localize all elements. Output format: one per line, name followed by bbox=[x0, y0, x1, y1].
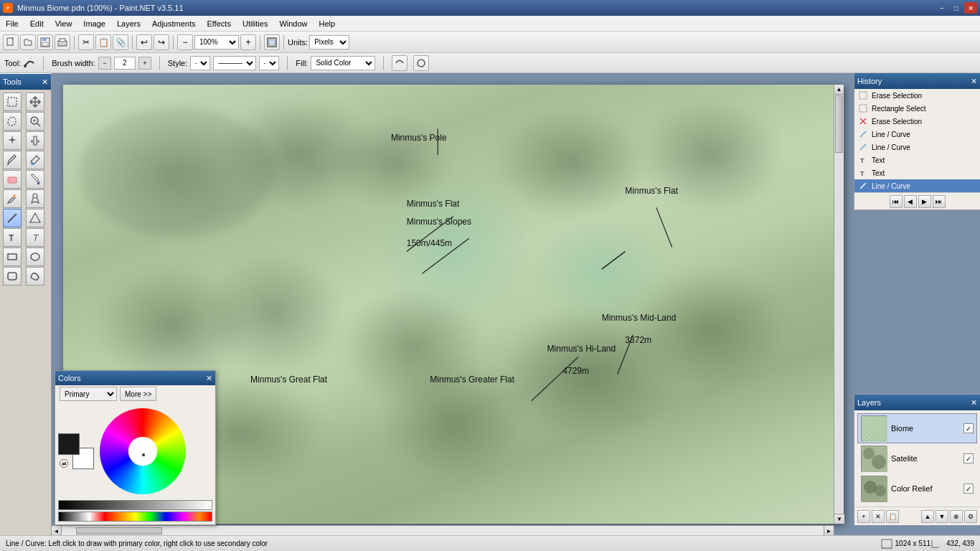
layers-add-button[interactable]: + bbox=[857, 510, 870, 523]
layers-up-button[interactable]: ▲ bbox=[921, 510, 934, 523]
style-end-select[interactable]: — bbox=[259, 56, 279, 70]
scroll-down-arrow[interactable]: ▼ bbox=[834, 514, 844, 524]
history-item-0[interactable]: Erase Selection bbox=[854, 89, 980, 102]
layers-properties-button[interactable]: ⚙ bbox=[964, 510, 977, 523]
history-item-4[interactable]: Line / Curve bbox=[854, 141, 980, 154]
layers-merge-button[interactable]: ⊕ bbox=[950, 510, 963, 523]
color-foreground-swatch[interactable] bbox=[58, 433, 80, 455]
tool-pan[interactable] bbox=[26, 131, 44, 150]
history-item-5[interactable]: T Text bbox=[854, 154, 980, 166]
brush-width-plus[interactable]: + bbox=[138, 57, 151, 70]
tool-freeform[interactable] bbox=[26, 267, 44, 286]
undo-button[interactable]: ↩ bbox=[136, 34, 152, 50]
zoom-out-button[interactable]: − bbox=[177, 34, 193, 50]
layer-biome[interactable]: Biome ✓ bbox=[857, 413, 977, 443]
blend-option-button[interactable] bbox=[413, 55, 429, 71]
tool-magic-wand[interactable] bbox=[3, 131, 22, 150]
scroll-thumb[interactable] bbox=[835, 95, 843, 153]
tool-eraser[interactable] bbox=[3, 170, 22, 189]
layers-down-button[interactable]: ▼ bbox=[936, 510, 948, 523]
history-first-button[interactable]: ⏮ bbox=[890, 195, 903, 208]
tool-text[interactable]: T bbox=[3, 228, 22, 247]
layer-color-relief[interactable]: Color Relief ✓ bbox=[857, 474, 977, 504]
horizontal-scrollbar[interactable]: ◄ ► bbox=[52, 525, 834, 535]
history-next-button[interactable]: ▶ bbox=[918, 195, 931, 208]
copy-button[interactable]: 📋 bbox=[95, 34, 111, 50]
history-last-button[interactable]: ⏭ bbox=[933, 195, 946, 208]
brush-width-minus[interactable]: − bbox=[98, 57, 111, 70]
tool-fill[interactable] bbox=[26, 170, 44, 189]
color-mode-select[interactable]: Primary Secondary bbox=[60, 387, 117, 401]
open-button[interactable] bbox=[20, 34, 36, 50]
scroll-right-arrow[interactable]: ► bbox=[824, 526, 834, 535]
menu-edit[interactable]: Edit bbox=[24, 16, 50, 31]
blend-mode-button[interactable] bbox=[392, 55, 407, 71]
layer-satellite-visibility[interactable]: ✓ bbox=[963, 453, 974, 463]
print-button[interactable] bbox=[55, 34, 70, 50]
minimize-button[interactable]: − bbox=[936, 2, 948, 14]
units-select[interactable]: Pixels Inches cm bbox=[309, 35, 349, 50]
paste-button[interactable]: 📎 bbox=[113, 34, 128, 50]
tool-color-picker[interactable] bbox=[3, 189, 22, 208]
vertical-scrollbar[interactable]: ▲ ▼ bbox=[834, 85, 844, 524]
save-button[interactable] bbox=[37, 34, 53, 50]
history-item-1[interactable]: Rectangle Select bbox=[854, 102, 980, 115]
menu-effects[interactable]: Effects bbox=[202, 16, 237, 31]
style-start-select[interactable]: — bbox=[190, 56, 210, 70]
layer-satellite[interactable]: Satelite ✓ bbox=[857, 443, 977, 474]
layers-duplicate-button[interactable]: 📋 bbox=[886, 510, 899, 523]
tool-lasso[interactable] bbox=[3, 112, 22, 131]
tool-rectangle[interactable] bbox=[3, 248, 22, 266]
history-close-icon[interactable]: ✕ bbox=[971, 77, 977, 86]
cut-button[interactable]: ✂ bbox=[78, 34, 94, 50]
redo-button[interactable]: ↪ bbox=[154, 34, 169, 50]
menu-view[interactable]: View bbox=[50, 16, 78, 31]
history-item-2[interactable]: Erase Selection bbox=[854, 115, 980, 128]
history-item-7[interactable]: Line / Curve bbox=[854, 179, 980, 192]
zoom-in-button[interactable]: + bbox=[240, 34, 256, 50]
fill-select[interactable]: Solid Color Gradient No Fill bbox=[311, 56, 375, 70]
style-line-select[interactable]: ———— bbox=[213, 56, 256, 70]
menu-image[interactable]: Image bbox=[77, 16, 111, 31]
tool-line-curve[interactable] bbox=[3, 209, 22, 227]
layer-biome-visibility[interactable]: ✓ bbox=[963, 423, 974, 433]
color-swap-icon[interactable]: ⇄ bbox=[60, 459, 68, 468]
tool-ellipse[interactable] bbox=[26, 248, 44, 266]
colors-more-button[interactable]: More >> bbox=[120, 387, 156, 401]
tool-pencil[interactable] bbox=[3, 151, 22, 169]
tool-clone[interactable] bbox=[26, 189, 44, 208]
rainbow-bar[interactable] bbox=[58, 512, 212, 522]
grayscale-bar[interactable] bbox=[58, 500, 212, 510]
tool-text-italic[interactable]: T bbox=[26, 228, 44, 247]
close-button[interactable]: ✕ bbox=[964, 2, 977, 14]
history-prev-button[interactable]: ◀ bbox=[904, 195, 917, 208]
fit-to-window-button[interactable] bbox=[264, 34, 280, 50]
brush-width-input[interactable] bbox=[114, 57, 136, 70]
scroll-up-arrow[interactable]: ▲ bbox=[834, 85, 844, 95]
colors-close-icon[interactable]: ✕ bbox=[206, 374, 212, 383]
scroll-left-arrow[interactable]: ◄ bbox=[52, 526, 62, 535]
color-wheel[interactable] bbox=[100, 408, 186, 494]
tool-select-rect[interactable] bbox=[3, 93, 22, 111]
layer-color-relief-visibility[interactable]: ✓ bbox=[963, 484, 974, 494]
tool-paintbrush[interactable] bbox=[26, 151, 44, 169]
tool-rounded-rect[interactable] bbox=[3, 267, 22, 286]
menu-adjustments[interactable]: Adjustments bbox=[146, 16, 202, 31]
maximize-button[interactable]: □ bbox=[950, 2, 963, 14]
history-item-6[interactable]: T Text bbox=[854, 166, 980, 179]
menu-utilities[interactable]: Utilities bbox=[237, 16, 273, 31]
tool-shapes[interactable] bbox=[26, 209, 44, 227]
layers-delete-button[interactable]: ✕ bbox=[872, 510, 885, 523]
tool-move[interactable] bbox=[26, 93, 44, 111]
history-item-3[interactable]: Line / Curve bbox=[854, 128, 980, 141]
zoom-select[interactable]: Window 25% 50% 100% 200% bbox=[194, 35, 239, 50]
new-button[interactable] bbox=[3, 34, 19, 50]
tool-zoom[interactable] bbox=[26, 112, 44, 131]
layers-close-icon[interactable]: ✕ bbox=[971, 398, 977, 408]
menu-file[interactable]: File bbox=[0, 16, 24, 31]
menu-window[interactable]: Window bbox=[273, 16, 313, 31]
tools-close-icon[interactable]: ✕ bbox=[42, 77, 48, 87]
menu-layers[interactable]: Layers bbox=[111, 16, 146, 31]
h-scroll-thumb[interactable] bbox=[76, 527, 162, 534]
menu-help[interactable]: Help bbox=[314, 16, 341, 31]
